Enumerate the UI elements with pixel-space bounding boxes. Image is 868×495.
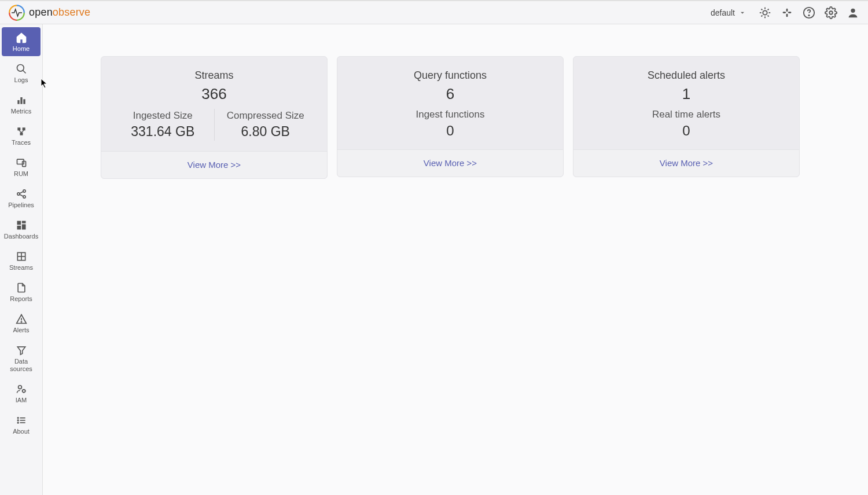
sidebar-label: RUM: [14, 170, 28, 178]
organization-select[interactable]: default: [707, 6, 750, 20]
sidebar-item-data-sources[interactable]: Data sources: [2, 340, 41, 376]
compressed-size-value: 6.80 GB: [222, 124, 310, 140]
sidebar-label: Logs: [14, 76, 28, 84]
user-icon: [847, 6, 859, 19]
svg-point-15: [808, 14, 809, 15]
help-button[interactable]: [802, 6, 816, 20]
sidebar-label: Alerts: [13, 327, 29, 334]
organization-label: default: [711, 8, 735, 17]
sidebar-label: Metrics: [11, 108, 31, 115]
sidebar-item-rum[interactable]: RUM: [2, 152, 41, 181]
svg-rect-10: [783, 12, 786, 13]
filter-icon: [16, 344, 27, 356]
sidebar-label: IAM: [16, 397, 27, 404]
svg-rect-11: [788, 12, 792, 13]
sidebar-item-logs[interactable]: Logs: [2, 58, 41, 87]
functions-card: Query functions 6 Ingest functions 0 Vie…: [337, 56, 564, 177]
user-cog-icon: [16, 383, 27, 395]
scheduled-alerts-count: 1: [584, 85, 789, 103]
settings-button[interactable]: [824, 6, 838, 20]
theme-toggle[interactable]: [758, 6, 772, 20]
slack-link[interactable]: [780, 6, 794, 20]
topbar-right: default: [707, 6, 860, 20]
svg-rect-13: [786, 13, 788, 17]
sidebar-label: Reports: [10, 295, 32, 303]
svg-line-8: [761, 15, 762, 16]
ingest-functions-label: Ingest functions: [348, 109, 553, 120]
sidebar-label: Dashboards: [4, 233, 38, 240]
sidebar-item-home[interactable]: Home: [2, 27, 41, 56]
sidebar-item-pipelines[interactable]: Pipelines: [2, 184, 41, 212]
sidebar-item-dashboards[interactable]: Dashboards: [2, 215, 41, 244]
devices-icon: [16, 157, 27, 168]
svg-rect-21: [20, 97, 22, 104]
gear-icon: [825, 6, 837, 19]
sidebar-item-alerts[interactable]: Alerts: [2, 309, 41, 338]
file-icon: [16, 282, 27, 294]
svg-line-26: [19, 130, 21, 132]
svg-line-6: [761, 9, 762, 10]
ingested-size-value: 331.64 GB: [119, 124, 207, 140]
svg-rect-24: [22, 127, 25, 130]
svg-point-1: [763, 10, 767, 14]
sidebar-item-metrics[interactable]: Metrics: [2, 90, 41, 119]
query-functions-title: Query functions: [348, 69, 553, 82]
user-menu[interactable]: [846, 6, 860, 20]
streams-count: 366: [112, 85, 317, 103]
realtime-alerts-label: Real time alerts: [584, 109, 789, 120]
sidebar-item-streams[interactable]: Streams: [2, 246, 41, 275]
svg-line-9: [768, 9, 769, 10]
alert-icon: [16, 313, 27, 325]
svg-line-7: [768, 15, 769, 16]
svg-point-51: [17, 417, 19, 419]
sidebar-label: Home: [13, 45, 30, 53]
svg-marker-44: [17, 347, 25, 354]
topbar: openobserve default: [0, 0, 868, 24]
alerts-view-more-link[interactable]: View More >>: [660, 158, 713, 168]
svg-line-19: [23, 71, 25, 74]
bar-chart-icon: [16, 94, 27, 106]
svg-line-33: [19, 192, 23, 193]
ingested-size-label: Ingested Size: [119, 110, 207, 122]
list-icon: [16, 415, 27, 426]
svg-point-45: [18, 386, 21, 389]
svg-point-18: [17, 65, 24, 72]
svg-rect-22: [23, 99, 25, 104]
alerts-card: Scheduled alerts 1 Real time alerts 0 Vi…: [573, 56, 800, 177]
svg-point-43: [21, 321, 21, 322]
svg-rect-37: [21, 224, 25, 229]
sidebar-label: About: [13, 428, 30, 435]
svg-line-27: [21, 130, 24, 132]
grid-icon: [16, 251, 27, 262]
logo[interactable]: openobserve: [8, 4, 90, 21]
traces-icon: [16, 126, 27, 137]
functions-view-more-link[interactable]: View More >>: [424, 158, 477, 168]
sidebar-label: Pipelines: [8, 201, 34, 209]
svg-rect-12: [786, 8, 788, 12]
svg-line-34: [19, 195, 23, 196]
sidebar-item-reports[interactable]: Reports: [2, 277, 41, 306]
logo-text: openobserve: [29, 6, 90, 19]
share-icon: [16, 188, 27, 200]
sidebar-item-traces[interactable]: Traces: [2, 121, 41, 150]
sidebar-item-about[interactable]: About: [2, 410, 41, 439]
sidebar: Home Logs Metrics Traces RUM Pipelines D…: [0, 24, 43, 495]
svg-point-16: [829, 11, 833, 14]
slack-icon: [781, 6, 793, 19]
svg-point-53: [17, 422, 19, 423]
svg-point-17: [851, 8, 855, 12]
logo-icon: [8, 4, 25, 21]
query-functions-count: 6: [348, 85, 553, 103]
svg-point-46: [22, 390, 25, 393]
svg-rect-36: [21, 221, 25, 223]
sun-icon: [759, 6, 771, 19]
sidebar-item-iam[interactable]: IAM: [2, 379, 41, 408]
streams-view-more-link[interactable]: View More >>: [187, 160, 241, 170]
ingest-functions-value: 0: [348, 123, 553, 139]
svg-rect-35: [17, 221, 21, 225]
streams-title: Streams: [112, 69, 317, 82]
svg-point-52: [17, 420, 19, 421]
dashboard-icon: [16, 219, 27, 231]
realtime-alerts-value: 0: [584, 123, 789, 139]
sidebar-label: Traces: [12, 139, 31, 146]
